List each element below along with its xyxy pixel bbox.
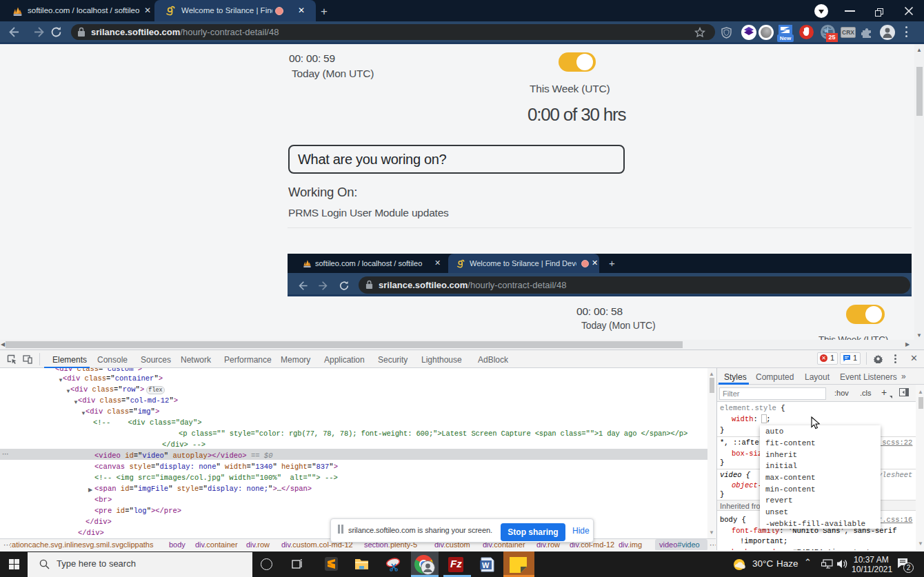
svg-text:W: W [482, 561, 490, 569]
